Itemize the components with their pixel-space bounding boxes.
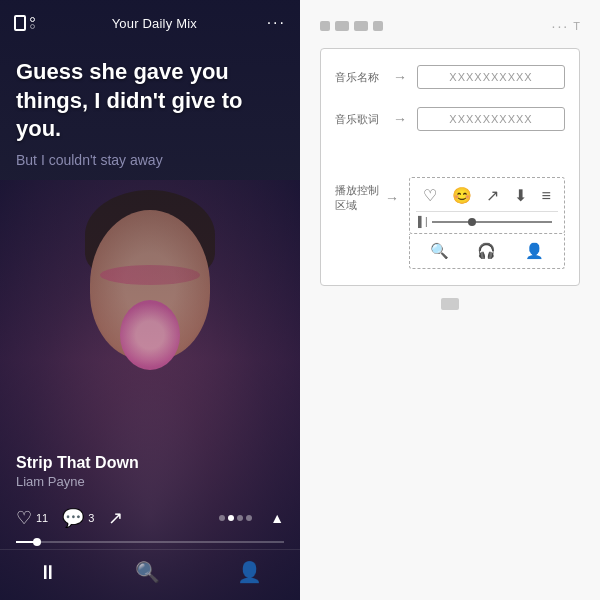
- wire-music-lyrics-label: 音乐歌词: [335, 112, 383, 126]
- comment-button[interactable]: 💬 3: [62, 507, 94, 529]
- expand-icon[interactable]: ▲: [270, 510, 284, 526]
- wire-nav-search-icon: 🔍: [430, 242, 449, 260]
- wire-share-icon: ↗: [486, 186, 499, 205]
- page-dot-1: [219, 515, 225, 521]
- wire-dot-2: [335, 21, 349, 31]
- wire-t-label: T: [573, 20, 580, 32]
- wire-playback-label: 播放控制区域: [335, 183, 379, 214]
- sub-lyric-text: But I couldn't stay away: [16, 152, 284, 168]
- wire-song-name-field: XXXXXXXXXX: [417, 65, 565, 89]
- progress-bar-container[interactable]: [0, 539, 300, 549]
- wire-small-rect: [441, 298, 459, 310]
- main-lyric-text: Guess she gave you things, I didn't give…: [16, 58, 284, 144]
- wire-top-bar: ··· T: [300, 0, 600, 44]
- wire-nav-headphone-icon: 🎧: [477, 242, 496, 260]
- comment-count: 3: [88, 512, 94, 524]
- wire-song-name-row: 音乐名称 → XXXXXXXXXX: [335, 65, 565, 89]
- wire-control-icons: ♡ 😊 ↗ ⬇ ≡: [416, 186, 558, 212]
- progress-fill: [16, 541, 37, 543]
- wire-bottom-nav: 🔍 🎧 👤: [409, 234, 565, 269]
- search-button[interactable]: 🔍: [135, 560, 160, 584]
- player-content: Your Daily Mix ··· Guess she gave you th…: [0, 0, 300, 600]
- app-icon-square: [14, 15, 26, 31]
- wire-music-name-label: 音乐名称: [335, 70, 383, 84]
- page-indicator: [219, 515, 252, 521]
- music-note-dot: [30, 17, 35, 22]
- action-bar: ♡ 11 💬 3 ↗ ▲: [0, 497, 300, 539]
- song-title: Strip That Down: [16, 454, 284, 472]
- comment-icon: 💬: [62, 507, 84, 529]
- wire-progress-track: [432, 221, 552, 223]
- wire-lyrics-row: 音乐歌词 → XXXXXXXXXX: [335, 107, 565, 131]
- like-count: 11: [36, 512, 48, 524]
- playlist-title: Your Daily Mix: [112, 16, 197, 31]
- wire-dot-4: [373, 21, 383, 31]
- wire-progress-thumb: [468, 218, 476, 226]
- more-options-button[interactable]: ···: [267, 14, 286, 32]
- page-dot-3: [237, 515, 243, 521]
- wireframe-panel: ··· T 音乐名称 → XXXXXXXXXX 音乐歌词 → XXXXXXXXX…: [300, 0, 600, 600]
- profile-button[interactable]: 👤: [237, 560, 262, 584]
- share-button[interactable]: ↗: [108, 507, 123, 529]
- wire-smiley-icon: 😊: [452, 186, 472, 205]
- app-icon: [14, 12, 42, 34]
- music-player-panel: Your Daily Mix ··· Guess she gave you th…: [0, 0, 300, 600]
- wire-main-box: 音乐名称 → XXXXXXXXXX 音乐歌词 → XXXXXXXXXX 播放控制…: [320, 48, 580, 286]
- top-bar: Your Daily Mix ···: [0, 0, 300, 42]
- wire-nav-user-icon: 👤: [525, 242, 544, 260]
- wire-lyrics-field: XXXXXXXXXX: [417, 107, 565, 131]
- page-dot-2: [228, 515, 234, 521]
- progress-thumb: [33, 538, 41, 546]
- music-note-dot2: [30, 24, 35, 29]
- page-dot-4: [246, 515, 252, 521]
- wire-arrow-2: →: [393, 111, 407, 127]
- heart-icon: ♡: [16, 507, 32, 529]
- wire-bottom-indicator: [300, 296, 600, 314]
- bottom-navigation: ⏸ 🔍 👤: [0, 549, 300, 600]
- wire-progress-row: ▌|: [416, 212, 558, 229]
- wire-heart-icon: ♡: [423, 186, 437, 205]
- wire-list-icon: ≡: [541, 187, 550, 205]
- pause-button[interactable]: ⏸: [38, 561, 58, 584]
- progress-track: [16, 541, 284, 543]
- wire-dot-1: [320, 21, 330, 31]
- wire-download-icon: ⬇: [514, 186, 527, 205]
- wire-nav-dots: [320, 21, 383, 31]
- wire-spacer: [335, 149, 565, 169]
- wire-ctrl-box: ♡ 😊 ↗ ⬇ ≡ ▌|: [409, 177, 565, 234]
- wire-controls-area: 播放控制区域 → ♡ 😊 ↗ ⬇ ≡ ▌|: [335, 177, 565, 269]
- artist-name: Liam Payne: [16, 474, 284, 489]
- like-button[interactable]: ♡ 11: [16, 507, 48, 529]
- song-info: Strip That Down Liam Payne: [0, 446, 300, 497]
- wire-wave-icon: ▌|: [418, 216, 428, 227]
- wire-more-dots: ···: [552, 18, 570, 34]
- wire-dot-3: [354, 21, 368, 31]
- wire-arrow-3: →: [385, 190, 399, 206]
- share-icon: ↗: [108, 507, 123, 529]
- lyrics-area: Guess she gave you things, I didn't give…: [0, 42, 300, 446]
- wire-arrow-1: →: [393, 69, 407, 85]
